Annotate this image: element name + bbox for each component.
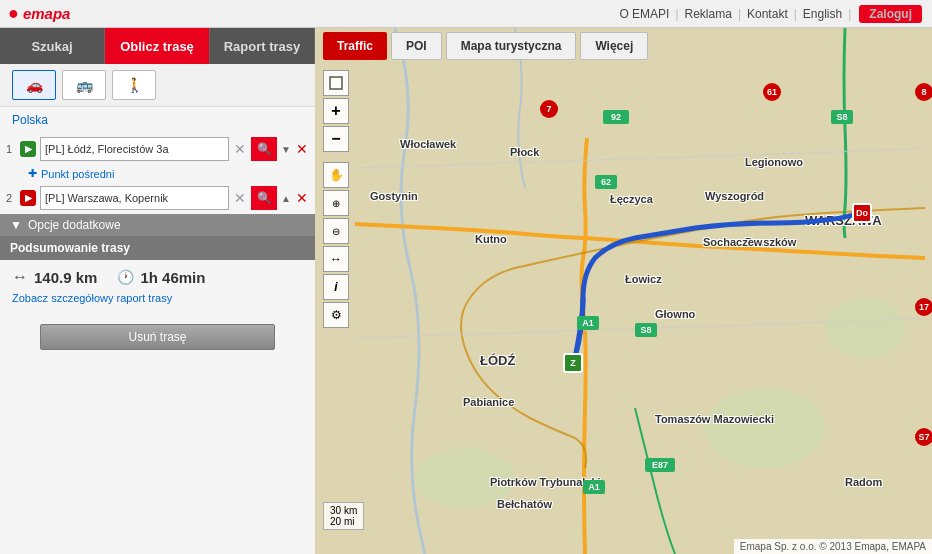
map-tab-more[interactable]: Więcej [580, 32, 648, 60]
road-badge-a1-2: A1 [583, 480, 605, 494]
road-badge-s8: S8 [635, 323, 657, 337]
map-tab-tourist[interactable]: Mapa turystyczna [446, 32, 577, 60]
distance-icon: ↔ [12, 268, 28, 286]
delete-route-button[interactable]: Usuń trasę [40, 324, 275, 350]
polska-link[interactable]: Polska [12, 113, 48, 127]
from-marker: ▶ [20, 141, 36, 157]
svg-rect-4 [330, 77, 342, 89]
scale-mi: 20 mi [330, 516, 357, 527]
from-row: 1 ▶ ✕ 🔍 ▼ ✕ [0, 133, 315, 165]
time-icon: 🕐 [117, 269, 134, 285]
logo-icon: ● [8, 3, 19, 24]
to-row: 2 ▶ ✕ 🔍 ▲ ✕ [0, 182, 315, 214]
distance-value: ↔ 140.9 km [12, 268, 97, 286]
transport-car[interactable]: 🚗 [12, 70, 56, 100]
transport-bus[interactable]: 🚌 [62, 70, 106, 100]
road-badge-a1: A1 [577, 316, 599, 330]
svg-point-3 [825, 298, 905, 358]
hand-tool[interactable]: ✋ [323, 162, 349, 188]
summary-header: Podsumowanie trasy [0, 236, 315, 260]
map-tab-traffic[interactable]: Traffic [323, 32, 387, 60]
attribution-copyright: © 2013 Emapa, EMAPA [819, 541, 926, 552]
login-button[interactable]: Zaloguj [859, 5, 922, 23]
attribution-emapa[interactable]: Emapa Sp. z o.o. [740, 541, 817, 552]
zoom-out-tool[interactable]: ⊖ [323, 218, 349, 244]
delete-route-row: Usuń trasę [0, 316, 315, 358]
zoom-in-button[interactable]: + [323, 98, 349, 124]
add-point-label: Punkt pośredni [41, 168, 114, 180]
to-clear-button[interactable]: ✕ [233, 190, 247, 206]
road-badge-92: 92 [603, 110, 629, 124]
to-input[interactable] [40, 186, 229, 210]
main-tabs: Szukaj Oblicz trasę Raport trasy [0, 28, 315, 64]
road-badge-61: 61 [763, 83, 781, 101]
map-background [315, 28, 932, 554]
summary-area: ↔ 140.9 km 🕐 1h 46min Zobacz szczegółowy… [0, 260, 315, 312]
from-delete-button[interactable]: ✕ [295, 141, 309, 157]
measure-tool[interactable]: ↔ [323, 246, 349, 272]
map-toolbar: Traffic POI Mapa turystyczna Więcej [315, 28, 932, 64]
scale-km: 30 km [330, 505, 357, 516]
road-badge-17: 17 [915, 298, 932, 316]
destination-marker: Do [852, 203, 872, 223]
transport-mode-row: 🚗 🚌 🚶 [0, 64, 315, 107]
from-search-button[interactable]: 🔍 [251, 137, 277, 161]
add-waypoint-row[interactable]: ✚ Punkt pośredni [0, 165, 315, 182]
tab-search[interactable]: Szukaj [0, 28, 105, 64]
from-number: 1 [6, 143, 16, 155]
nav-links: O EMAPI | Reklama | Kontakt | English | … [619, 5, 924, 23]
zoom-tool[interactable]: ⊕ [323, 190, 349, 216]
map-attribution: Emapa Sp. z o.o. © 2013 Emapa, EMAPA [734, 539, 932, 554]
map-tab-poi[interactable]: POI [391, 32, 442, 60]
options-label: Opcje dodatkowe [28, 218, 121, 232]
road-badge-62: 62 [595, 175, 617, 189]
nav-link-about[interactable]: O EMAPI [619, 7, 669, 21]
top-navigation: ● emapa O EMAPI | Reklama | Kontakt | En… [0, 0, 932, 28]
add-point-icon: ✚ [28, 167, 37, 180]
from-arrow-down[interactable]: ▼ [281, 144, 291, 155]
tab-route[interactable]: Oblicz trasę [105, 28, 210, 64]
polska-link-area: Polska [0, 107, 315, 133]
distance-row: ↔ 140.9 km 🕐 1h 46min [12, 268, 303, 286]
info-tool[interactable]: i [323, 274, 349, 300]
map-area[interactable]: Traffic POI Mapa turystyczna Więcej + − … [315, 28, 932, 554]
to-delete-button[interactable]: ✕ [295, 190, 309, 206]
to-marker: ▶ [20, 190, 36, 206]
time-value: 🕐 1h 46min [117, 269, 205, 286]
transport-walk[interactable]: 🚶 [112, 70, 156, 100]
time-text: 1h 46min [140, 269, 205, 286]
road-badge-s8-2: S8 [831, 110, 853, 124]
scale-bar: 30 km 20 mi [323, 502, 364, 530]
road-badge-e87: E87 [645, 458, 675, 472]
logo-text: emapa [23, 5, 71, 22]
from-clear-button[interactable]: ✕ [233, 141, 247, 157]
svg-point-2 [415, 448, 515, 508]
settings-tool[interactable]: ⚙ [323, 302, 349, 328]
left-panel: Szukaj Oblicz trasę Raport trasy 🚗 🚌 🚶 P… [0, 28, 315, 554]
zoom-out-button[interactable]: − [323, 126, 349, 152]
road-badge-7: 7 [540, 100, 558, 118]
map-side-tools: + − ✋ ⊕ ⊖ ↔ i ⚙ [323, 70, 349, 330]
svg-point-1 [705, 388, 825, 468]
road-badge-s7: S7 [915, 428, 932, 446]
nav-link-english[interactable]: English [803, 7, 842, 21]
tab-report[interactable]: Raport trasy [210, 28, 315, 64]
logo-area: ● emapa [8, 3, 70, 24]
options-arrow-icon: ▼ [10, 218, 22, 232]
nav-link-contact[interactable]: Kontakt [747, 7, 788, 21]
to-arrow-up[interactable]: ▲ [281, 193, 291, 204]
to-search-button[interactable]: 🔍 [251, 186, 277, 210]
options-bar[interactable]: ▼ Opcje dodatkowe [0, 214, 315, 236]
zoom-rect-indicator [323, 70, 349, 96]
nav-link-ads[interactable]: Reklama [685, 7, 732, 21]
from-input[interactable] [40, 137, 229, 161]
road-badge-8: 8 [915, 83, 932, 101]
distance-text: 140.9 km [34, 269, 97, 286]
start-marker: Z [563, 353, 583, 373]
to-number: 2 [6, 192, 16, 204]
report-detail-link[interactable]: Zobacz szczegółowy raport trasy [12, 292, 303, 304]
